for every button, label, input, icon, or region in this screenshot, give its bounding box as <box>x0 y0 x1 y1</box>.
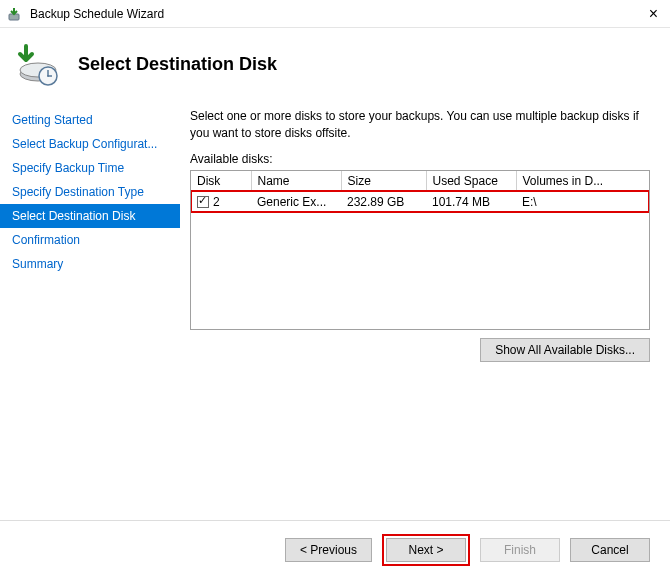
table-row[interactable]: 2 Generic Ex... 232.89 GB 101.74 MB E:\ <box>191 191 649 212</box>
step-select-destination-disk[interactable]: Select Destination Disk <box>0 204 180 228</box>
cell-size: 232.89 GB <box>341 191 426 212</box>
available-disks-table: Disk Name Size Used Space Volumes in D..… <box>190 170 650 330</box>
window-title: Backup Schedule Wizard <box>30 7 645 21</box>
previous-button[interactable]: < Previous <box>285 538 372 562</box>
finish-button: Finish <box>480 538 560 562</box>
instruction-text: Select one or more disks to store your b… <box>190 108 650 142</box>
step-confirmation[interactable]: Confirmation <box>0 228 180 252</box>
cell-name: Generic Ex... <box>251 191 341 212</box>
app-icon <box>8 6 24 22</box>
cell-used: 101.74 MB <box>426 191 516 212</box>
wizard-header: Select Destination Disk <box>0 28 670 102</box>
next-button-highlight: Next > <box>382 534 470 566</box>
page-title: Select Destination Disk <box>78 54 277 75</box>
show-all-disks-button[interactable]: Show All Available Disks... <box>480 338 650 362</box>
step-specify-destination-type[interactable]: Specify Destination Type <box>0 180 180 204</box>
step-specify-backup-time[interactable]: Specify Backup Time <box>0 156 180 180</box>
wizard-icon <box>16 40 64 88</box>
available-disks-label: Available disks: <box>190 152 650 166</box>
table-header-row: Disk Name Size Used Space Volumes in D..… <box>191 171 649 192</box>
col-disk[interactable]: Disk <box>191 171 251 192</box>
col-size[interactable]: Size <box>341 171 426 192</box>
cell-volumes: E:\ <box>516 191 649 212</box>
wizard-steps-sidebar: Getting Started Select Backup Configurat… <box>0 102 180 520</box>
wizard-footer: < Previous Next > Finish Cancel <box>0 520 670 578</box>
disk-number: 2 <box>213 195 220 209</box>
close-icon[interactable]: × <box>645 6 662 22</box>
col-name[interactable]: Name <box>251 171 341 192</box>
step-summary[interactable]: Summary <box>0 252 180 276</box>
col-volumes[interactable]: Volumes in D... <box>516 171 649 192</box>
step-getting-started[interactable]: Getting Started <box>0 108 180 132</box>
step-select-backup-config[interactable]: Select Backup Configurat... <box>0 132 180 156</box>
cancel-button[interactable]: Cancel <box>570 538 650 562</box>
next-button[interactable]: Next > <box>386 538 466 562</box>
titlebar: Backup Schedule Wizard × <box>0 0 670 28</box>
col-used-space[interactable]: Used Space <box>426 171 516 192</box>
row-checkbox[interactable] <box>197 196 209 208</box>
cell-disk: 2 <box>191 191 251 212</box>
wizard-main: Select one or more disks to store your b… <box>180 102 670 520</box>
